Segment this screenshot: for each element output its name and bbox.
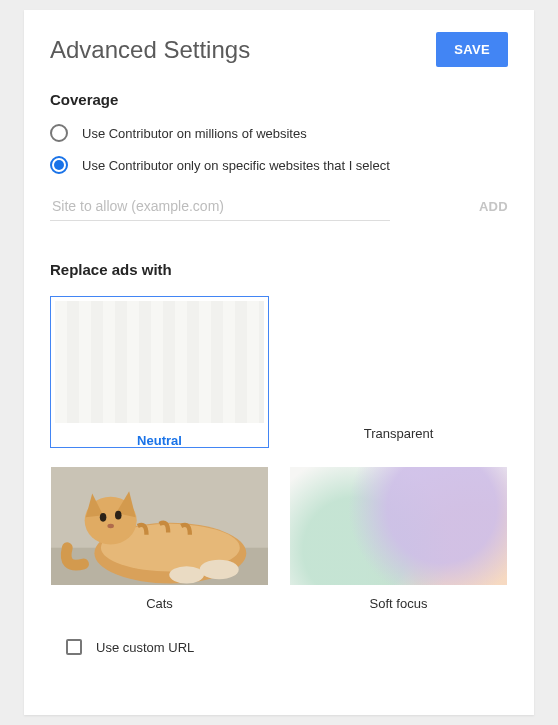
replace-option-transparent[interactable]: Transparent (289, 296, 508, 448)
custom-url-row[interactable]: Use custom URL (66, 639, 508, 655)
replace-option-cats[interactable]: Cats (50, 466, 269, 611)
softfocus-thumb-icon (290, 467, 507, 585)
replace-option-softfocus[interactable]: Soft focus (289, 466, 508, 611)
checkbox-unchecked-icon (66, 639, 82, 655)
replace-options-grid: Neutral Transparent (50, 296, 508, 611)
replace-option-neutral[interactable]: Neutral (50, 296, 269, 448)
svg-point-9 (107, 524, 114, 528)
svg-point-7 (100, 513, 107, 522)
svg-point-8 (115, 511, 122, 520)
svg-point-11 (169, 566, 204, 583)
add-site-button[interactable]: ADD (479, 199, 508, 214)
cats-thumb-icon (51, 467, 268, 585)
site-allow-row: ADD (50, 192, 508, 221)
coverage-option-specific[interactable]: Use Contributor only on specific website… (50, 156, 508, 174)
replace-section-title: Replace ads with (50, 261, 508, 278)
save-button[interactable]: SAVE (436, 32, 508, 67)
coverage-option-label: Use Contributor on millions of websites (82, 126, 307, 141)
coverage-option-label: Use Contributor only on specific website… (82, 158, 390, 173)
replace-option-label: Neutral (51, 427, 268, 448)
radio-unchecked-icon (50, 124, 68, 142)
page-title: Advanced Settings (50, 36, 250, 64)
replace-option-label: Soft focus (289, 586, 508, 611)
neutral-thumb-icon (55, 301, 264, 423)
header: Advanced Settings SAVE (50, 32, 508, 67)
replace-option-label: Cats (50, 586, 269, 611)
coverage-option-all[interactable]: Use Contributor on millions of websites (50, 124, 508, 142)
radio-checked-icon (50, 156, 68, 174)
site-allow-input[interactable] (50, 192, 390, 221)
svg-point-10 (200, 560, 239, 580)
coverage-radio-group: Use Contributor on millions of websites … (50, 124, 508, 174)
transparent-thumb-icon (290, 297, 507, 415)
custom-url-label: Use custom URL (96, 640, 194, 655)
settings-card: Advanced Settings SAVE Coverage Use Cont… (24, 10, 534, 715)
replace-option-label: Transparent (289, 416, 508, 441)
coverage-section-title: Coverage (50, 91, 508, 108)
